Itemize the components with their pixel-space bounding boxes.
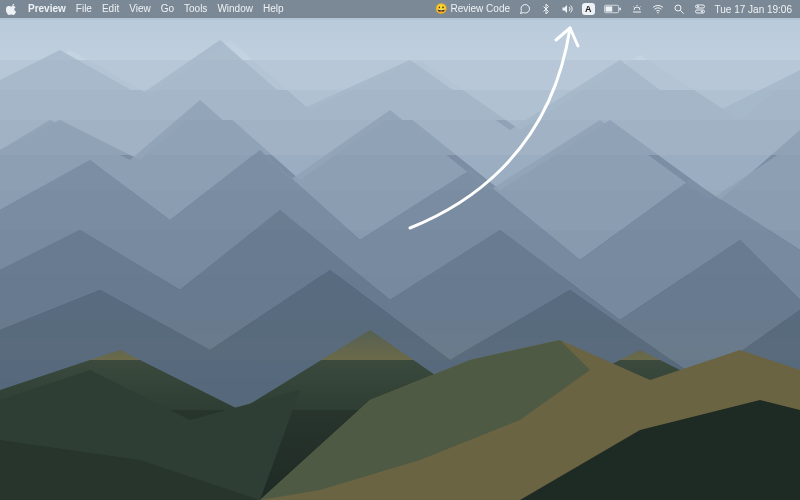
desktop-wallpaper: Preview File Edit View Go Tools Window H…: [0, 0, 800, 500]
svg-rect-17: [695, 5, 704, 8]
input-source-badge[interactable]: A: [582, 3, 595, 15]
control-center-icon[interactable]: [694, 0, 706, 18]
menu-go[interactable]: Go: [161, 0, 174, 18]
menu-bar-right: 😀 Review Code A: [435, 0, 792, 18]
svg-line-16: [680, 11, 683, 14]
svg-point-14: [657, 12, 659, 14]
wifi-icon[interactable]: [652, 0, 664, 18]
search-icon[interactable]: [673, 0, 685, 18]
volume-icon[interactable]: [561, 0, 573, 18]
svg-point-15: [675, 5, 681, 11]
battery-icon[interactable]: [604, 4, 622, 14]
review-code-label: Review Code: [451, 0, 510, 18]
svg-point-20: [701, 11, 703, 13]
svg-rect-12: [605, 6, 612, 11]
menu-edit[interactable]: Edit: [102, 0, 119, 18]
review-code-status[interactable]: 😀 Review Code: [435, 0, 510, 18]
apple-icon[interactable]: [6, 0, 18, 18]
review-emoji-icon: 😀: [435, 0, 447, 18]
menu-window[interactable]: Window: [217, 0, 253, 18]
menu-tools[interactable]: Tools: [184, 0, 207, 18]
menu-bar: Preview File Edit View Go Tools Window H…: [0, 0, 800, 18]
app-name[interactable]: Preview: [28, 0, 66, 18]
menu-file[interactable]: File: [76, 0, 92, 18]
menu-help[interactable]: Help: [263, 0, 284, 18]
keyboard-brightness-icon[interactable]: [631, 0, 643, 18]
wallpaper-mountains: [0, 0, 800, 500]
menubar-clock[interactable]: Tue 17 Jan 19:06: [715, 4, 792, 15]
svg-rect-19: [695, 10, 704, 13]
bluetooth-icon[interactable]: [540, 0, 552, 18]
menu-view[interactable]: View: [129, 0, 151, 18]
svg-rect-13: [619, 8, 621, 11]
menu-bar-left: Preview File Edit View Go Tools Window H…: [6, 0, 284, 18]
message-icon[interactable]: [519, 0, 531, 18]
svg-point-18: [697, 6, 699, 8]
